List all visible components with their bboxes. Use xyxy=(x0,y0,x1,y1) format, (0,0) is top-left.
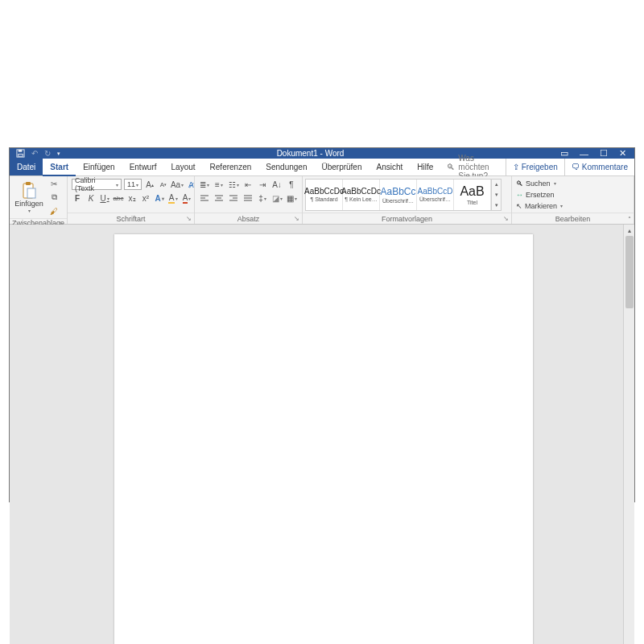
superscript-button[interactable]: x² xyxy=(140,192,151,204)
scrollbar-vertical[interactable]: ▴ ▾ xyxy=(623,225,634,644)
tab-references[interactable]: Referenzen xyxy=(203,159,259,175)
tab-mailings[interactable]: Sendungen xyxy=(258,159,314,175)
style-heading2[interactable]: AaBbCcDÜberschrif… xyxy=(417,180,454,210)
search-icon: 🔍︎ xyxy=(447,163,455,171)
increase-indent-icon[interactable]: ⇥ xyxy=(257,179,268,190)
line-spacing-icon[interactable]: ‡▾ xyxy=(257,192,268,204)
styles-group-label: Formatvorlagen xyxy=(382,215,432,223)
ruler-vertical[interactable] xyxy=(10,225,24,644)
font-group-label: Schriftart xyxy=(116,215,145,223)
style-standard[interactable]: AaBbCcDc¶ Standard xyxy=(306,180,343,210)
styles-gallery[interactable]: AaBbCcDc¶ Standard AaBbCcDc¶ Kein Lee… A… xyxy=(305,179,502,211)
text-effects-icon[interactable]: A▾ xyxy=(154,192,165,204)
save-icon[interactable] xyxy=(16,149,25,158)
word-window: ↶ ↻ ▾ Dokument1 - Word ▭ — ☐ ✕ Datei Sta… xyxy=(9,147,635,502)
decrease-font-icon[interactable]: A▾ xyxy=(158,179,169,190)
share-button[interactable]: ⇪ Freigeben xyxy=(506,159,564,175)
strike-button[interactable]: abc xyxy=(113,192,124,204)
shading-icon[interactable]: ◪▾ xyxy=(271,192,283,204)
collapse-ribbon-icon[interactable]: ˄ xyxy=(628,216,631,223)
quick-access-toolbar: ↶ ↻ ▾ xyxy=(10,149,60,158)
group-styles: AaBbCcDc¶ Standard AaBbCcDc¶ Kein Lee… A… xyxy=(303,176,512,224)
comments-button[interactable]: 🗨 Kommentare xyxy=(564,159,634,175)
tab-review[interactable]: Überprüfen xyxy=(314,159,369,175)
tab-design[interactable]: Entwurf xyxy=(122,159,164,175)
group-clipboard: Einfügen ▾ ✂ ⧉ 🖌 Zwischenablage↘ xyxy=(10,176,68,224)
change-case-icon[interactable]: Aa▾ xyxy=(171,179,183,190)
group-editing: 🔍︎Suchen▾ ↔Ersetzen ↖Markieren▾ Bearbeit… xyxy=(512,176,634,224)
group-font: Calibri (Textk▾ 11▾ A▴ A▾ Aa▾ A̷ F K U▾ … xyxy=(68,176,195,224)
svg-rect-1 xyxy=(19,150,23,152)
copy-icon[interactable]: ⧉ xyxy=(48,192,60,203)
page[interactable] xyxy=(114,234,533,644)
style-no-spacing[interactable]: AaBbCcDc¶ Kein Lee… xyxy=(343,180,380,210)
search-icon: 🔍︎ xyxy=(516,180,523,188)
select-button[interactable]: ↖Markieren▾ xyxy=(516,200,563,211)
tab-layout[interactable]: Layout xyxy=(164,159,203,175)
multilevel-icon[interactable]: ☷▾ xyxy=(228,179,239,190)
borders-icon[interactable]: ▦▾ xyxy=(286,192,297,204)
tab-help[interactable]: Hilfe xyxy=(410,159,440,175)
align-left-icon[interactable] xyxy=(199,192,210,204)
redo-icon[interactable]: ↻ xyxy=(44,149,51,158)
font-name-select[interactable]: Calibri (Textk▾ xyxy=(72,179,122,190)
tab-view[interactable]: Ansicht xyxy=(369,159,410,175)
dialog-launcher-icon[interactable]: ↘ xyxy=(503,215,509,222)
justify-icon[interactable] xyxy=(242,192,254,204)
subscript-button[interactable]: x₂ xyxy=(126,192,138,204)
editing-group-label: Bearbeiten xyxy=(555,215,591,223)
font-color-button[interactable]: A▾ xyxy=(181,192,192,204)
increase-font-icon[interactable]: A▴ xyxy=(144,179,155,190)
scroll-up-icon[interactable]: ▴ xyxy=(624,225,634,236)
ribbon-display-icon[interactable]: ▭ xyxy=(560,148,568,159)
styles-more[interactable]: ▴▾▾ xyxy=(491,180,501,210)
svg-rect-2 xyxy=(19,154,23,156)
document-viewport[interactable] xyxy=(24,225,623,644)
chevron-down-icon: ▾ xyxy=(28,208,31,213)
show-marks-icon[interactable]: ¶ xyxy=(286,179,297,190)
tab-file[interactable]: Datei xyxy=(10,159,43,175)
tab-start[interactable]: Start xyxy=(43,159,76,176)
decrease-indent-icon[interactable]: ⇤ xyxy=(242,179,254,190)
sort-icon[interactable]: A↓ xyxy=(271,179,283,190)
font-size-value: 11 xyxy=(127,180,135,188)
bullets-icon[interactable]: ≣▾ xyxy=(199,179,210,190)
clipboard-icon xyxy=(21,182,37,200)
italic-button[interactable]: K xyxy=(85,192,97,204)
minimize-icon[interactable]: — xyxy=(580,149,588,159)
replace-button[interactable]: ↔Ersetzen xyxy=(516,189,555,200)
svg-rect-4 xyxy=(26,182,31,185)
undo-icon[interactable]: ↶ xyxy=(31,149,38,158)
paste-button[interactable]: Einfügen ▾ xyxy=(13,180,45,215)
share-icon: ⇪ xyxy=(513,163,519,171)
svg-rect-5 xyxy=(27,188,35,198)
bold-button[interactable]: F xyxy=(72,192,83,204)
dialog-launcher-icon[interactable]: ↘ xyxy=(186,215,192,222)
tab-insert[interactable]: Einfügen xyxy=(76,159,122,175)
maximize-icon[interactable]: ☐ xyxy=(600,148,608,159)
qat-dropdown-icon[interactable]: ▾ xyxy=(57,151,60,157)
style-title[interactable]: AaBTitel xyxy=(454,180,491,210)
title-bar: ↶ ↻ ▾ Dokument1 - Word ▭ — ☐ ✕ xyxy=(10,148,634,159)
scroll-thumb[interactable] xyxy=(625,236,634,308)
format-painter-icon[interactable]: 🖌 xyxy=(48,205,60,217)
comment-icon: 🗨 xyxy=(572,163,580,171)
tell-me-search[interactable]: 🔍︎ Was möchten Sie tun? xyxy=(440,159,505,175)
underline-button[interactable]: U▾ xyxy=(99,192,110,204)
ribbon-tabs: Datei Start Einfügen Entwurf Layout Refe… xyxy=(10,159,634,176)
share-label: Freigeben xyxy=(522,163,558,171)
dialog-launcher-icon[interactable]: ↘ xyxy=(294,215,299,222)
paragraph-group-label: Absatz xyxy=(237,215,260,223)
close-icon[interactable]: ✕ xyxy=(619,148,626,159)
group-paragraph: ≣▾ ≡▾ ☷▾ ⇤ ⇥ A↓ ¶ ‡▾ ◪▾ ▦▾ xyxy=(195,176,303,224)
align-right-icon[interactable] xyxy=(228,192,239,204)
highlight-button[interactable]: A▾ xyxy=(167,192,179,204)
ribbon: Einfügen ▾ ✂ ⧉ 🖌 Zwischenablage↘ Calibri… xyxy=(10,176,634,225)
numbering-icon[interactable]: ≡▾ xyxy=(213,179,225,190)
style-heading1[interactable]: AaBbCcÜberschrif… xyxy=(380,180,417,210)
cut-icon[interactable]: ✂ xyxy=(48,178,60,189)
find-button[interactable]: 🔍︎Suchen▾ xyxy=(516,178,556,188)
font-size-select[interactable]: 11▾ xyxy=(124,179,142,190)
align-center-icon[interactable] xyxy=(213,192,225,204)
comments-label: Kommentare xyxy=(582,163,628,171)
